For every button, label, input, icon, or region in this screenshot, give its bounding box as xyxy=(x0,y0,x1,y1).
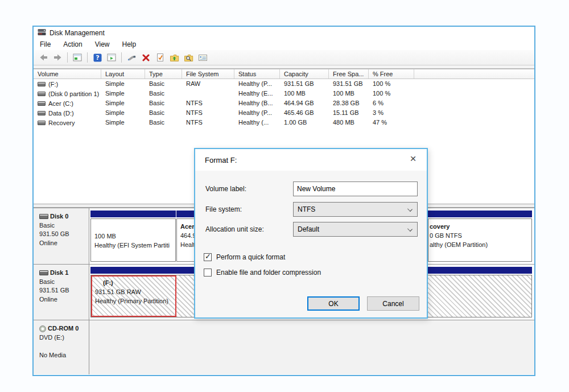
folder-search-icon[interactable] xyxy=(182,51,195,64)
capacity-cell: 465.46 GB xyxy=(280,108,329,118)
cancel-button[interactable]: Cancel xyxy=(367,296,419,311)
menu-help[interactable]: Help xyxy=(116,39,143,49)
table-row-recovery[interactable]: Recovery Simple Basic NTFS Healthy (... … xyxy=(34,118,534,127)
rescan-icon[interactable] xyxy=(125,51,138,64)
disk0-label-panel[interactable]: Disk 0 Basic 931.50 GB Online xyxy=(34,208,89,264)
allocation-row: Allocation unit size: Default xyxy=(195,222,427,237)
pct-cell: 3 % xyxy=(369,108,414,118)
folder-up-icon[interactable] xyxy=(168,51,180,64)
toolbar: ? xyxy=(34,50,534,65)
file-system-select[interactable]: NTFS xyxy=(293,202,418,217)
capacity-cell: 100 MB xyxy=(280,89,329,98)
allocation-label: Allocation unit size: xyxy=(205,225,264,233)
cdrom-media: No Media xyxy=(39,351,89,360)
col-file-system[interactable]: File System xyxy=(182,69,234,79)
col-free-space[interactable]: Free Spa... xyxy=(329,69,369,79)
col-volume[interactable]: Volume xyxy=(34,69,101,79)
layout-cell: Simple xyxy=(101,79,145,89)
quick-format-checkbox[interactable] xyxy=(204,253,212,261)
selected-partition-highlight: (F:) 931.51 GB RAW Healthy (Primary Part… xyxy=(91,275,176,317)
dialog-title: Format F: xyxy=(205,156,237,164)
fs-cell: RAW xyxy=(182,79,234,89)
volume-list-header: Volume Layout Type File System Status Ca… xyxy=(34,69,534,79)
help-icon[interactable]: ? xyxy=(91,51,104,64)
layout-cell: Simple xyxy=(101,118,145,127)
volume-label-input[interactable] xyxy=(293,181,418,196)
quick-format-label: Perform a quick format xyxy=(216,253,285,261)
table-row-data-d[interactable]: Data (D:) Simple Basic NTFS Healthy (P..… xyxy=(34,108,534,118)
delete-x-icon[interactable] xyxy=(139,51,152,64)
compression-row: Enable file and folder compression xyxy=(204,268,321,277)
col-status[interactable]: Status xyxy=(234,69,280,79)
col-layout[interactable]: Layout xyxy=(101,69,145,79)
menu-view[interactable]: View xyxy=(89,39,116,49)
drive-icon xyxy=(38,111,46,115)
volume-cell: (F:) xyxy=(34,79,101,89)
partition-recovery[interactable]: covery 0 GB NTFS althy (OEM Partition) xyxy=(428,211,532,262)
free-cell: 100 MB xyxy=(329,89,369,98)
check-document-icon[interactable] xyxy=(154,51,166,64)
fs-cell: NTFS xyxy=(182,108,234,118)
properties-icon[interactable] xyxy=(196,51,209,64)
toolbar-separator xyxy=(87,52,88,63)
file-system-label: File system: xyxy=(205,205,242,213)
layout-cell: Simple xyxy=(101,108,145,118)
menu-file[interactable]: File xyxy=(34,39,57,49)
table-row-acer-c[interactable]: Acer (C:) Simple Basic NTFS Healthy (B..… xyxy=(34,98,534,108)
console-window-icon[interactable] xyxy=(71,51,84,64)
drive-icon xyxy=(38,121,46,125)
chevron-down-icon xyxy=(407,226,413,232)
status-cell: Healthy (E... xyxy=(234,89,280,98)
disk0-status: Online xyxy=(39,239,89,248)
cdrom-drive: DVD (E:) xyxy=(39,333,89,343)
quick-format-row: Perform a quick format xyxy=(204,253,285,262)
compression-label: Enable file and folder compression xyxy=(216,269,321,277)
pct-cell: 47 % xyxy=(369,118,414,127)
fs-cell xyxy=(182,89,234,98)
close-icon[interactable]: × xyxy=(407,153,419,164)
layout-cell: Simple xyxy=(101,89,145,98)
type-cell: Basic xyxy=(145,89,182,98)
free-cell: 931.51 GB xyxy=(329,79,369,89)
free-cell: 28.38 GB xyxy=(329,98,369,108)
pct-cell: 6 % xyxy=(369,98,414,108)
volume-cell: Data (D:) xyxy=(34,108,101,118)
volume-cell: (Disk 0 partition 1) xyxy=(34,89,101,98)
menu-action[interactable]: Action xyxy=(57,39,88,49)
svg-text:?: ? xyxy=(96,54,99,61)
col-type[interactable]: Type xyxy=(145,69,182,79)
drive-icon xyxy=(38,82,46,86)
forward-arrow-icon[interactable] xyxy=(51,51,64,64)
disk1-status: Online xyxy=(39,295,89,304)
disk1-label-panel[interactable]: Disk 1 Basic 931.51 GB Online xyxy=(34,265,89,320)
table-row-disk0-partition1[interactable]: (Disk 0 partition 1) Simple Basic Health… xyxy=(34,89,534,98)
partition-efi[interactable]: 100 MB Healthy (EFI System Partiti xyxy=(90,211,176,262)
capacity-cell: 464.94 GB xyxy=(280,98,329,108)
status-cell: Healthy (P... xyxy=(234,108,280,118)
fs-cell: NTFS xyxy=(182,98,234,108)
col-capacity[interactable]: Capacity xyxy=(280,69,329,79)
disk0-size: 931.50 GB xyxy=(39,230,89,239)
disk1-type: Basic xyxy=(39,278,89,287)
ok-button[interactable]: OK xyxy=(307,296,360,311)
title-bar: Disk Management xyxy=(34,27,534,39)
pct-cell: 100 % xyxy=(369,79,414,89)
back-arrow-icon[interactable] xyxy=(37,51,50,64)
col-pct-free[interactable]: % Free xyxy=(369,69,414,79)
partition-bar xyxy=(428,211,532,217)
status-cell: Healthy (P... xyxy=(234,79,280,89)
table-row-f[interactable]: (F:) Simple Basic RAW Healthy (P... 931.… xyxy=(34,79,534,89)
cdrom-area xyxy=(89,320,534,374)
compression-checkbox[interactable] xyxy=(204,269,212,277)
allocation-select[interactable]: Default xyxy=(293,222,418,237)
disk0-type: Basic xyxy=(39,221,89,230)
drive-icon xyxy=(38,101,46,106)
volume-cell: Acer (C:) xyxy=(34,98,101,108)
drive-icon xyxy=(38,92,46,96)
capacity-cell: 1.00 GB xyxy=(280,118,329,127)
cdrom-label-panel[interactable]: CD-ROM 0 DVD (E:) No Media xyxy=(34,320,89,374)
console-play-icon[interactable] xyxy=(105,51,118,64)
type-cell: Basic xyxy=(145,108,182,118)
cdrom-row: CD-ROM 0 DVD (E:) No Media xyxy=(34,320,534,374)
file-system-row: File system: NTFS xyxy=(195,202,427,217)
